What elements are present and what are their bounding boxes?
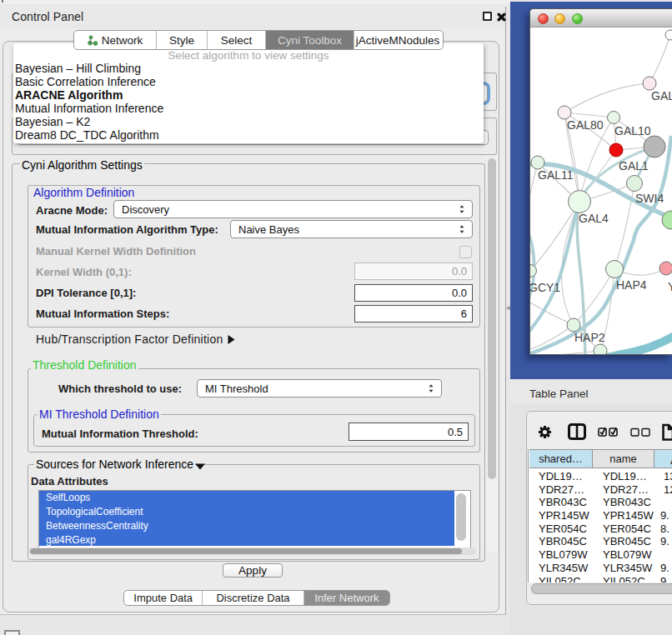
svg-text:GCY1: GCY1 [530,281,560,294]
svg-text:Y: Y [668,280,672,293]
svg-text:SWI4: SWI4 [635,192,664,205]
svg-text:GAL10: GAL10 [614,124,651,138]
svg-text:GAL11: GAL11 [538,168,574,182]
svg-text:GAL4: GAL4 [579,212,609,225]
svg-text:GAL1: GAL1 [619,159,649,172]
svg-text:GAL80: GAL80 [567,118,604,132]
svg-text:HAP4: HAP4 [616,278,647,292]
svg-text:HAP2: HAP2 [574,331,605,344]
svg-text:GAL2: GAL2 [651,89,672,102]
